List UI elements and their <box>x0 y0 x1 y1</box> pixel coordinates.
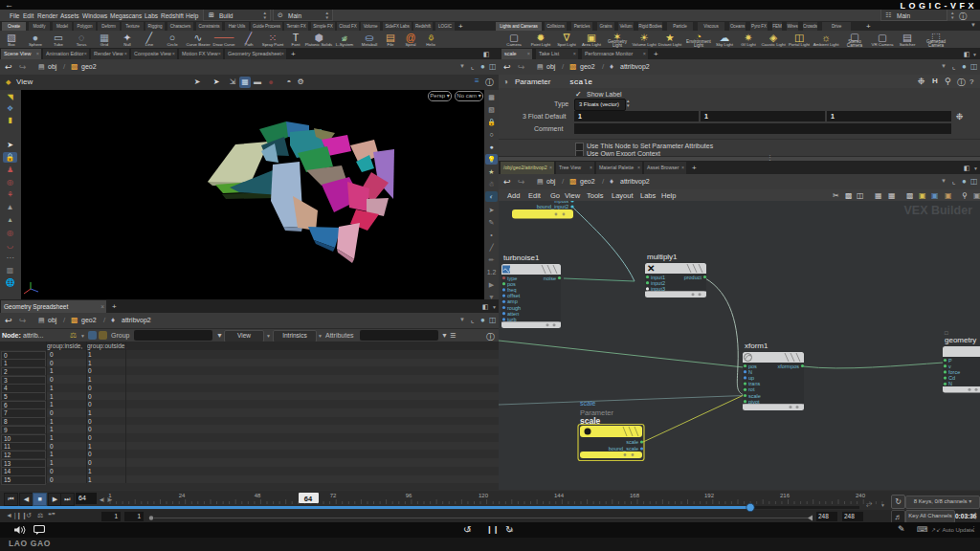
svg-text:144: 144 <box>554 493 565 498</box>
svg-text:rot: rot <box>748 386 755 392</box>
svg-text:atten: atten <box>507 311 519 317</box>
svg-text:216: 216 <box>780 493 791 498</box>
svg-text:up: up <box>748 375 754 381</box>
svg-text:freq: freq <box>507 287 516 293</box>
svg-text:72: 72 <box>330 493 337 498</box>
svg-text:type: type <box>507 276 517 281</box>
svg-text:offset: offset <box>507 293 521 298</box>
svg-text:geometry: geometry <box>945 336 976 344</box>
svg-text:product: product <box>684 275 702 280</box>
svg-text:input2: input2 <box>651 280 665 286</box>
svg-text:input1: input1 <box>651 275 665 280</box>
svg-text:multiply1: multiply1 <box>647 253 678 261</box>
svg-text:N: N <box>948 381 952 386</box>
svg-text:force: force <box>948 369 960 375</box>
svg-text:96: 96 <box>406 493 412 498</box>
svg-text:xform1: xform1 <box>745 342 768 350</box>
svg-text:✕: ✕ <box>647 263 655 274</box>
svg-text:bound_scale: bound_scale <box>609 446 638 452</box>
svg-text:v: v <box>948 364 951 369</box>
svg-text:noise: noise <box>544 276 556 281</box>
svg-text:scale: scale <box>580 400 595 407</box>
svg-text:168: 168 <box>630 493 640 498</box>
svg-text:scale: scale <box>748 393 761 399</box>
svg-text:P: P <box>948 358 952 364</box>
svg-text:24: 24 <box>179 493 186 498</box>
svg-text:scale: scale <box>626 439 638 445</box>
svg-text:pivot: pivot <box>748 399 760 405</box>
svg-text:amp: amp <box>507 298 518 304</box>
svg-text:192: 192 <box>704 493 715 498</box>
svg-text:turbnoise1: turbnoise1 <box>503 253 540 262</box>
svg-text:N: N <box>748 369 752 375</box>
svg-text:1: 1 <box>108 493 112 498</box>
svg-text:rough: rough <box>507 305 521 311</box>
svg-text:48: 48 <box>255 493 261 498</box>
svg-text:trans: trans <box>748 381 760 386</box>
svg-text:bound_input2: bound_input2 <box>537 204 568 209</box>
svg-text:turb: turb <box>507 317 516 322</box>
svg-text:input3: input3 <box>651 286 665 292</box>
svg-text:pos: pos <box>748 364 757 369</box>
svg-text:Cd: Cd <box>948 375 955 381</box>
svg-text:pos: pos <box>507 281 516 287</box>
svg-text:xformpos: xformpos <box>777 364 799 369</box>
svg-text:240: 240 <box>856 493 866 498</box>
svg-text:64: 64 <box>304 495 313 503</box>
svg-text:120: 120 <box>479 493 489 498</box>
